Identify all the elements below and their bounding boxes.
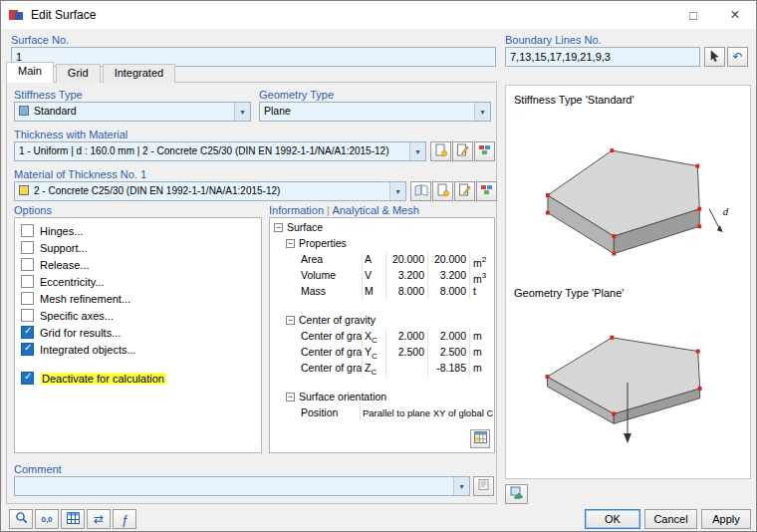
new-sheet-icon [434,143,447,159]
geometry-preview-caption: Geometry Type 'Plane' [514,287,624,299]
collapse-icon[interactable]: − [286,393,295,401]
material-library-button[interactable] [410,181,431,201]
tool-button-table[interactable] [61,509,85,529]
chevron-down-icon: ▾ [389,182,405,200]
tree-node-center-of-gravity: −Center of gravity [272,313,493,329]
information-header-right[interactable]: Analytical & Mesh [332,204,418,216]
material-colors-button[interactable] [476,181,497,201]
table-row: Position Parallel to plane XY of global … [272,405,493,421]
material-select[interactable]: 2 - Concrete C25/30 (DIN EN 1992-1-1/NA/… [14,181,406,201]
edit-pencil-icon [456,143,469,159]
preview-panel: Stiffness Type 'Standard' d Geometry Typ… [505,85,751,479]
collapse-icon[interactable]: − [274,223,283,232]
table-row: Center of gravity YC 2.500 2.500 m [272,345,493,361]
option-eccentricity[interactable]: Eccentricity... [15,273,261,290]
undo-icon: ↶ [732,50,742,64]
comment-templates-button[interactable] [473,476,494,496]
spacer-row [272,377,493,390]
tool-button-find[interactable] [9,509,33,529]
tree-node-surface: −Surface [272,220,493,236]
units-icon: 0,0 [41,515,52,524]
app-icon [8,7,24,23]
maximize-button[interactable]: □ [672,1,714,29]
note-icon [477,478,490,494]
stiffness-swatch-icon [19,106,29,116]
thickness-label: Thickness with Material [14,129,127,140]
new-sheet-icon [436,183,449,199]
option-release[interactable]: Release... [15,256,261,273]
stiffness-preview-image: d [518,112,737,281]
option-hinges[interactable]: Hinges... [15,222,261,239]
option-mesh-refinement[interactable]: Mesh refinement... [15,290,261,307]
new-material-button[interactable] [432,181,453,201]
collapse-icon[interactable]: − [286,239,295,248]
information-header: Information | Analytical & Mesh [269,204,419,216]
option-integrated-objects[interactable]: Integrated objects... [15,341,261,358]
tree-node-surface-orientation: −Surface orientation [272,390,493,405]
new-thickness-button[interactable] [430,141,451,161]
tree-node-properties: −Properties [272,236,493,252]
thickness-select[interactable]: 1 - Uniform | d : 160.0 mm | 2 - Concret… [14,141,426,161]
tab-grid[interactable]: Grid [56,64,101,83]
option-specific-axes[interactable]: Specific axes... [15,307,261,324]
pointer-select-icon [709,50,721,65]
thickness-colors-button[interactable] [474,141,495,161]
cancel-button[interactable]: Cancel [644,509,697,529]
magnifier-icon [15,511,28,527]
geometry-preview-image [518,307,737,458]
tool-button-function[interactable]: ƒ [113,509,136,529]
edit-thickness-button[interactable] [452,141,473,161]
tool-button-transfer[interactable]: ⇄ [87,509,111,529]
option-grid-for-results[interactable]: Grid for results... [15,324,261,341]
ok-button[interactable]: OK [585,509,640,529]
geometry-type-label: Geometry Type [259,89,334,101]
render-settings-icon [510,486,524,502]
checkbox-checked-icon [21,326,34,339]
checkbox-icon [21,309,34,322]
edit-material-button[interactable] [454,181,475,201]
table-row: Center of gravity XC 2.000 2.000 m [272,329,493,345]
option-support[interactable]: Support... [15,239,261,256]
geometry-type-select[interactable]: Plane ▾ [259,102,491,122]
checkbox-checked-icon [21,343,34,356]
main-tab-pane: Stiffness Type Standard ▾ Geometry Type … [6,82,497,504]
option-deactivate-for-calculation[interactable]: Deactivate for calculation [15,370,261,387]
boundary-lines-input[interactable] [505,47,700,67]
stiffness-type-select[interactable]: Standard ▾ [14,102,251,122]
information-header-left[interactable]: Information [269,204,324,216]
chevron-down-icon: ▾ [234,103,250,121]
close-button[interactable]: × [714,1,756,29]
table-row: Mass M 8.000 8.000 t [272,284,493,300]
checkbox-icon [21,258,34,271]
table-settings-button[interactable] [470,429,490,448]
chevron-down-icon: ▾ [453,477,469,495]
chevron-down-icon: ▾ [409,142,425,160]
edit-surface-dialog: Edit Surface □ × Surface No. Boundary Li… [0,0,757,532]
colors-icon [478,143,491,159]
spacer-row [272,300,493,313]
material-label: Material of Thickness No. 1 [14,168,146,180]
collapse-icon[interactable]: − [286,316,295,325]
tab-integrated[interactable]: Integrated [103,64,176,83]
select-boundary-lines-button[interactable] [704,47,725,67]
options-label: Options [14,204,52,216]
table-row: Center of gravity ZC -8.185 m [272,361,493,377]
comment-label: Comment [14,463,62,475]
function-icon: ƒ [121,512,127,527]
tab-main[interactable]: Main [6,62,54,83]
checkbox-icon [21,292,34,305]
undo-boundary-button[interactable]: ↶ [727,47,748,67]
colors-icon [480,183,493,199]
edit-pencil-icon [458,183,471,199]
checkbox-icon [21,275,34,288]
checkbox-icon [21,241,34,254]
apply-button[interactable]: Apply [701,509,751,529]
table-row: Volume V 3.200 3.200 m3 [272,268,493,284]
options-panel: Hinges... Support... Release... Eccentri… [14,217,262,453]
tool-button-units[interactable]: 0,0 [35,509,59,529]
library-book-icon [414,183,428,199]
comment-input[interactable]: ▾ [14,476,470,496]
display-options-button[interactable] [505,484,528,504]
chevron-down-icon: ▾ [474,103,490,121]
checkbox-checked-icon [21,372,34,385]
